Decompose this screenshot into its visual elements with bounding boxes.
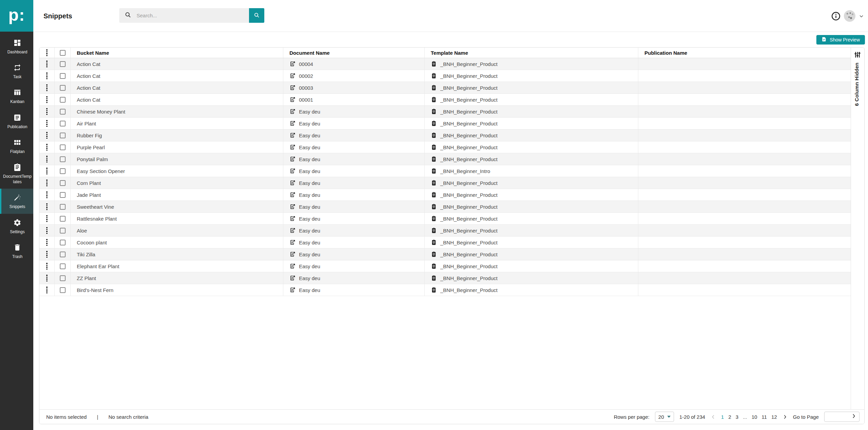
row-checkbox[interactable]: [60, 240, 66, 245]
row-checkbox[interactable]: [60, 228, 66, 234]
table-row[interactable]: Air Plant Easy deu _BNH_Beginner_Product: [39, 118, 851, 130]
row-checkbox[interactable]: [60, 263, 66, 269]
sidebar-item-documenttemplates[interactable]: DocumentTemplates: [0, 158, 33, 189]
row-menu-icon[interactable]: [45, 202, 49, 211]
row-checkbox[interactable]: [60, 275, 66, 281]
column-settings-icon[interactable]: [854, 51, 862, 59]
row-menu-icon[interactable]: [45, 71, 49, 81]
row-checkbox[interactable]: [60, 204, 66, 210]
row-checkbox[interactable]: [60, 287, 66, 293]
sidebar-item-kanban[interactable]: Kanban: [0, 84, 33, 108]
sidebar-item-snippets[interactable]: Snippets: [0, 189, 33, 213]
header-menu-icon[interactable]: [45, 48, 49, 57]
row-menu-icon[interactable]: [45, 250, 49, 259]
hidden-columns-strip: 6 Column Hidden: [851, 48, 865, 410]
row-checkbox[interactable]: [60, 192, 66, 198]
table-row[interactable]: Action Cat 00001 _BNH_Beginner_Product: [39, 94, 851, 106]
select-all-checkbox[interactable]: [60, 50, 66, 56]
column-header-template-name[interactable]: Template Name: [425, 48, 638, 58]
table-row[interactable]: Sweetheart Vine Easy deu _BNH_Beginner_P…: [39, 201, 851, 213]
table-row[interactable]: Cocoon plant Easy deu _BNH_Beginner_Prod…: [39, 237, 851, 248]
row-checkbox[interactable]: [60, 216, 66, 222]
table-row[interactable]: Action Cat 00003 _BNH_Beginner_Product: [39, 82, 851, 94]
row-checkbox[interactable]: [60, 85, 66, 91]
row-menu-icon[interactable]: [45, 95, 49, 104]
sidebar-item-dashboard[interactable]: Dashboard: [0, 34, 33, 59]
row-menu-icon[interactable]: [45, 285, 49, 295]
row-checkbox[interactable]: [60, 144, 66, 150]
show-preview-button[interactable]: Show Preview: [816, 35, 865, 45]
table-row[interactable]: Tiki Zilla Easy deu _BNH_Beginner_Produc…: [39, 248, 851, 260]
table-row[interactable]: Purple Pearl Easy deu _BNH_Beginner_Prod…: [39, 141, 851, 153]
user-avatar[interactable]: [844, 10, 855, 22]
table-row[interactable]: Chinese Money Plant Easy deu _BNH_Beginn…: [39, 106, 851, 118]
row-checkbox[interactable]: [60, 97, 66, 103]
table-row[interactable]: Jade Plant Easy deu _BNH_Beginner_Produc…: [39, 189, 851, 201]
column-header-document-name[interactable]: Document Name: [283, 48, 425, 58]
row-checkbox[interactable]: [60, 252, 66, 257]
document-name-value: Easy deu: [299, 287, 320, 293]
sidebar-item-trash[interactable]: Trash: [0, 239, 33, 263]
chevron-down-icon[interactable]: [859, 14, 864, 19]
row-checkbox[interactable]: [60, 133, 66, 138]
sidebar-item-settings[interactable]: Settings: [0, 214, 33, 239]
row-menu-icon[interactable]: [45, 154, 49, 164]
table-row[interactable]: Corn Plant Easy deu _BNH_Beginner_Produc…: [39, 177, 851, 189]
rows-per-page-select[interactable]: 20: [655, 412, 674, 422]
page-number-2[interactable]: 2: [728, 414, 731, 420]
sidebar-item-publication[interactable]: Publication: [0, 109, 33, 134]
app-logo[interactable]: p:: [0, 0, 33, 32]
row-menu-icon[interactable]: [45, 59, 49, 69]
sidebar-item-task[interactable]: Task: [0, 59, 33, 84]
sidebar-item-flatplan[interactable]: Flatplan: [0, 134, 33, 158]
row-checkbox[interactable]: [60, 109, 66, 115]
page-number-1[interactable]: 1: [721, 414, 724, 420]
row-checkbox[interactable]: [60, 121, 66, 126]
table-row[interactable]: Bird's-Nest Fern Easy deu _BNH_Beginner_…: [39, 284, 851, 296]
column-header-publication-name[interactable]: Publication Name: [638, 48, 851, 58]
go-to-page-submit-icon[interactable]: [851, 413, 858, 420]
row-menu-icon[interactable]: [45, 261, 49, 271]
table-row[interactable]: ZZ Plant Easy deu _BNH_Beginner_Product: [39, 272, 851, 284]
row-checkbox[interactable]: [60, 156, 66, 162]
row-menu-icon[interactable]: [45, 83, 49, 92]
page-number-11[interactable]: 11: [762, 414, 767, 420]
row-menu-icon[interactable]: [45, 107, 49, 116]
row-menu-icon[interactable]: [45, 131, 49, 140]
sidebar-item-label: Kanban: [10, 99, 24, 104]
table-row[interactable]: Easy Section Opener Easy deu _BNH_Beginn…: [39, 165, 851, 177]
go-to-page-input[interactable]: [825, 412, 850, 422]
bucket-name-cell: Bird's-Nest Fern: [71, 284, 283, 296]
table-row[interactable]: Elephant Ear Plant Easy deu _BNH_Beginne…: [39, 260, 851, 272]
row-checkbox[interactable]: [60, 73, 66, 79]
table-row[interactable]: Aloe Easy deu _BNH_Beginner_Product: [39, 225, 851, 237]
table-row[interactable]: Rubber Fig Easy deu _BNH_Beginner_Produc…: [39, 130, 851, 141]
table-row[interactable]: Action Cat 00004 _BNH_Beginner_Product: [39, 58, 851, 70]
row-menu-icon[interactable]: [45, 226, 49, 235]
row-menu-icon[interactable]: [45, 214, 49, 223]
table-row[interactable]: Action Cat 00002 _BNH_Beginner_Product: [39, 70, 851, 82]
row-menu-icon[interactable]: [45, 190, 49, 200]
page-number-10[interactable]: 10: [751, 414, 757, 420]
publication-name-cell: [638, 70, 851, 82]
row-kebab-cell: [39, 272, 55, 284]
page-number-12[interactable]: 12: [771, 414, 777, 420]
row-checkbox[interactable]: [60, 180, 66, 186]
search-submit-button[interactable]: [249, 8, 264, 23]
row-menu-icon[interactable]: [45, 178, 49, 188]
row-menu-icon[interactable]: [45, 238, 49, 247]
row-menu-icon[interactable]: [45, 119, 49, 128]
row-checkbox[interactable]: [60, 61, 66, 67]
info-icon[interactable]: [831, 12, 840, 21]
row-checkbox[interactable]: [60, 168, 66, 174]
table-row[interactable]: Rattlesnake Plant Easy deu _BNH_Beginner…: [39, 213, 851, 225]
next-page-icon[interactable]: [782, 414, 787, 419]
search-input[interactable]: [137, 13, 238, 18]
table-row[interactable]: Ponytail Palm Easy deu _BNH_Beginner_Pro…: [39, 153, 851, 165]
previous-page-icon[interactable]: [711, 414, 716, 419]
page-number-3[interactable]: 3: [736, 414, 738, 420]
row-menu-icon[interactable]: [45, 273, 49, 283]
row-menu-icon[interactable]: [45, 142, 49, 152]
column-header-bucket-name[interactable]: Bucket Name: [71, 48, 283, 58]
row-menu-icon[interactable]: [45, 166, 49, 176]
